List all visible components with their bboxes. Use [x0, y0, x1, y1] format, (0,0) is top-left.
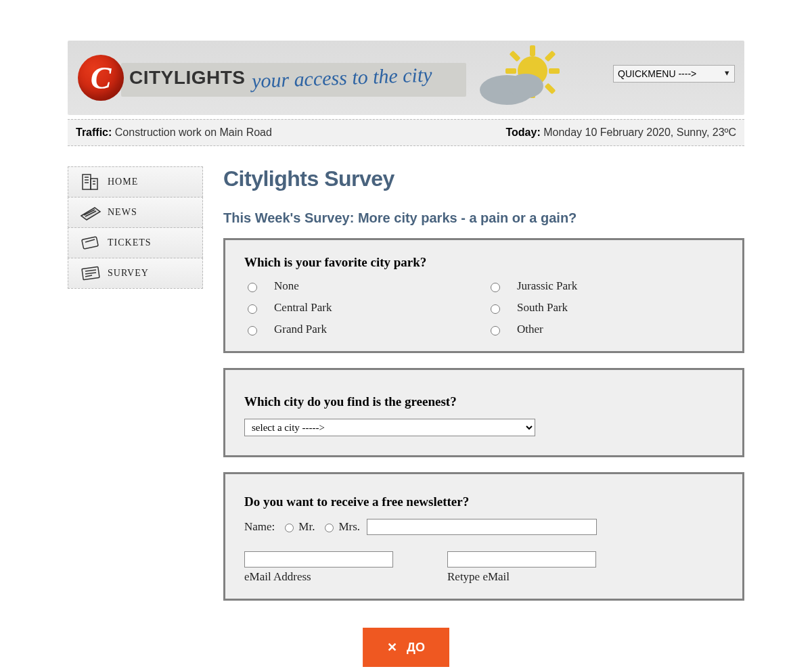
svg-rect-1 — [530, 45, 535, 56]
retype-email-input[interactable] — [447, 551, 596, 568]
sidebar-item-label: HOME — [108, 177, 138, 187]
radio-label: Mr. — [298, 520, 315, 534]
today-label: Today: — [505, 126, 540, 138]
svg-rect-4 — [549, 68, 560, 74]
radio-label: Grand Park — [274, 323, 327, 336]
traffic-text: Traffic: Construction work on Main Road — [76, 126, 272, 139]
svg-rect-3 — [505, 68, 516, 74]
radio-mr[interactable]: Mr. — [281, 520, 315, 534]
svg-rect-6 — [545, 83, 556, 95]
email-label: eMail Address — [244, 570, 393, 584]
building-icon — [74, 172, 108, 192]
logo-letter: C — [91, 60, 112, 96]
newspaper-icon — [74, 202, 108, 223]
svg-rect-5 — [510, 51, 521, 62]
brand-text: CITYLIGHTS — [129, 67, 245, 89]
name-input[interactable] — [367, 519, 597, 535]
radio-label: Mrs. — [338, 520, 360, 534]
radio-input[interactable] — [248, 304, 257, 314]
radio-input[interactable] — [285, 524, 294, 532]
panel-greenest-city: Which city do you find is the greenest? … — [223, 368, 744, 457]
traffic-label: Traffic: — [76, 126, 112, 138]
sidebar-item-news[interactable]: NEWS — [68, 197, 203, 228]
ticket-icon — [74, 233, 108, 253]
radio-input[interactable] — [491, 283, 500, 292]
radio-label: Other — [517, 323, 543, 336]
svg-rect-20 — [82, 237, 98, 249]
q1-legend: Which is your favorite city park? — [244, 255, 723, 270]
city-select[interactable]: select a city -----> — [244, 419, 535, 436]
svg-rect-7 — [545, 51, 556, 62]
name-label: Name: — [244, 520, 275, 534]
radio-south[interactable]: South Park — [487, 301, 723, 315]
clipboard-icon — [74, 263, 108, 283]
q2-legend: Which city do you find is the greenest? — [244, 394, 723, 409]
today-value: Monday 10 February 2020, Sunny, 23ºC — [543, 126, 736, 138]
radio-input[interactable] — [491, 326, 500, 336]
q3-legend: Do you want to receive a free newsletter… — [244, 494, 723, 509]
sidebar-item-label: NEWS — [108, 207, 137, 218]
weather-icon — [473, 43, 568, 113]
radio-label: South Park — [517, 301, 568, 315]
logo[interactable]: . C CITYLIGHTS your access to the city — [78, 55, 432, 101]
radio-grand[interactable]: Grand Park — [244, 323, 480, 336]
sidebar: HOME NEWS TICKETS SURVEY — [68, 166, 203, 616]
radio-other[interactable]: Other — [487, 323, 723, 336]
radio-mrs[interactable]: Mrs. — [321, 520, 360, 534]
content: Citylights Survey This Week's Survey: Mo… — [223, 166, 744, 616]
page-subtitle: This Week's Survey: More city parks - a … — [223, 210, 744, 226]
radio-input[interactable] — [248, 283, 257, 292]
radio-label: Jurassic Park — [517, 279, 577, 293]
sidebar-item-survey[interactable]: SURVEY — [68, 258, 203, 289]
sidebar-item-label: TICKETS — [108, 237, 152, 248]
svg-point-9 — [508, 74, 543, 98]
radio-central[interactable]: Central Park — [244, 301, 480, 315]
page-title: Citylights Survey — [223, 166, 744, 191]
radio-input[interactable] — [248, 326, 257, 336]
quickmenu-wrap: QUICKMENU ----> — [613, 65, 735, 83]
logo-icon: C — [78, 55, 124, 101]
header: . C CITYLIGHTS your access to the city — [68, 41, 744, 115]
today-text: Today: Monday 10 February 2020, Sunny, 2… — [505, 126, 736, 139]
radio-jurassic[interactable]: Jurassic Park — [487, 279, 723, 293]
retype-email-label: Retype eMail — [447, 570, 596, 584]
quickmenu-select[interactable]: QUICKMENU ----> — [613, 65, 735, 83]
traffic-value: Construction work on Main Road — [115, 126, 272, 138]
radio-input[interactable] — [325, 524, 334, 532]
sidebar-item-tickets[interactable]: TICKETS — [68, 227, 203, 258]
announce-bar: Traffic: Construction work on Main Road … — [68, 119, 744, 146]
sidebar-item-home[interactable]: HOME — [68, 166, 203, 198]
email-input[interactable] — [244, 551, 393, 568]
panel-newsletter: Do you want to receive a free newsletter… — [223, 472, 744, 601]
sidebar-item-label: SURVEY — [108, 268, 149, 279]
radio-none[interactable]: None — [244, 279, 480, 293]
radio-input[interactable] — [491, 304, 500, 314]
radio-label: Central Park — [274, 301, 332, 315]
panel-favorite-park: Which is your favorite city park? None J… — [223, 238, 744, 353]
radio-label: None — [274, 279, 299, 293]
